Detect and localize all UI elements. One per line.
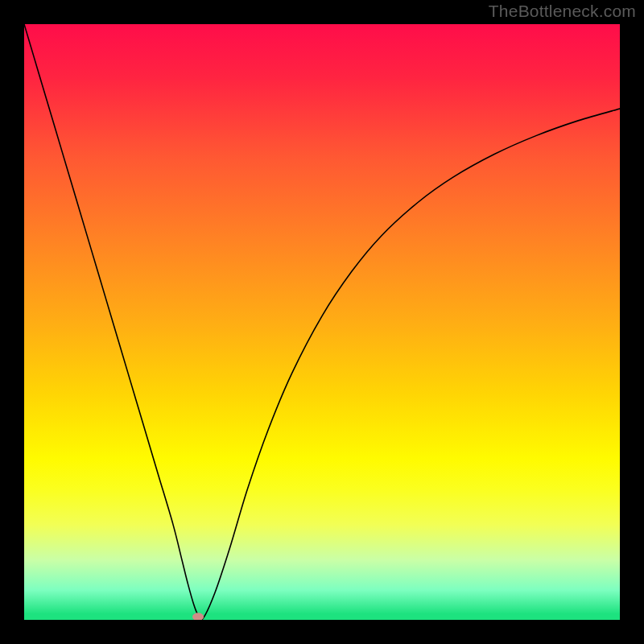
gradient-background — [24, 24, 620, 620]
chart-frame: TheBottleneck.com — [0, 0, 644, 644]
attribution-label: TheBottleneck.com — [489, 2, 636, 21]
chart-svg — [24, 24, 620, 620]
plot-area — [24, 24, 620, 620]
